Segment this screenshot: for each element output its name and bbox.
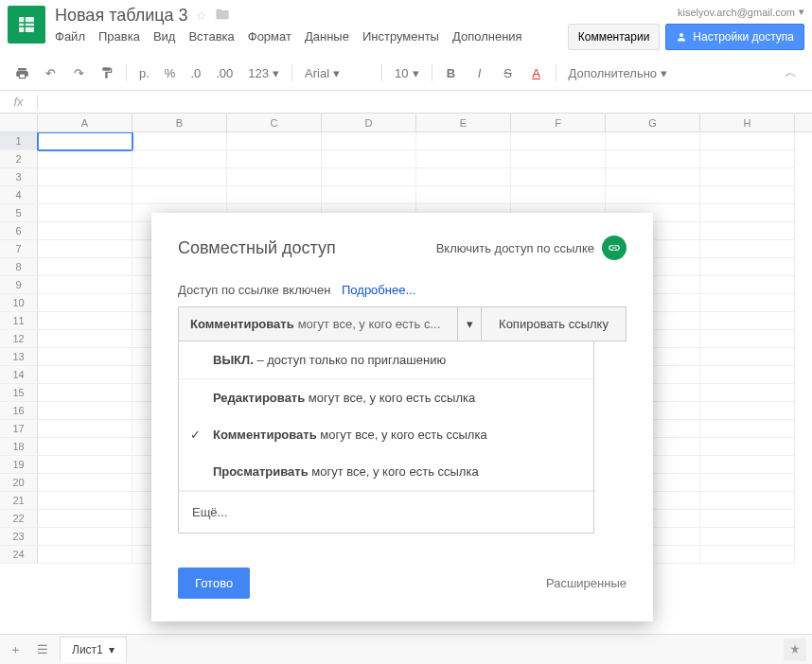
col-header[interactable]: B bbox=[132, 114, 227, 131]
cell[interactable] bbox=[132, 186, 227, 204]
row-header[interactable]: 10 bbox=[0, 294, 38, 312]
row-header[interactable]: 23 bbox=[0, 528, 38, 546]
cell[interactable] bbox=[700, 384, 795, 402]
col-header[interactable]: A bbox=[38, 114, 132, 131]
cell[interactable] bbox=[416, 150, 511, 168]
cell[interactable] bbox=[227, 168, 322, 186]
row-header[interactable]: 20 bbox=[0, 474, 38, 492]
redo-icon[interactable]: ↷ bbox=[66, 61, 91, 84]
cell[interactable] bbox=[38, 150, 132, 168]
learn-more-link[interactable]: Подробнее... bbox=[342, 283, 415, 297]
cell[interactable] bbox=[700, 330, 795, 348]
cell[interactable] bbox=[700, 168, 795, 186]
col-header[interactable]: F bbox=[511, 114, 606, 131]
cell[interactable] bbox=[416, 186, 511, 204]
font-family-menu[interactable]: Arial▾ bbox=[299, 66, 375, 80]
cell[interactable] bbox=[700, 528, 795, 546]
cell[interactable] bbox=[511, 132, 606, 150]
row-header[interactable]: 16 bbox=[0, 402, 38, 420]
all-sheets-menu[interactable]: ☰ bbox=[33, 638, 52, 660]
cell[interactable] bbox=[38, 186, 132, 204]
cell[interactable] bbox=[38, 312, 132, 330]
cell[interactable] bbox=[38, 294, 132, 312]
cell[interactable] bbox=[606, 186, 700, 204]
cell[interactable] bbox=[38, 384, 132, 402]
cell[interactable] bbox=[700, 366, 795, 384]
cell[interactable] bbox=[38, 132, 132, 150]
cell[interactable] bbox=[700, 438, 795, 456]
cell[interactable] bbox=[511, 150, 606, 168]
access-dropdown[interactable]: Комментировать могут все, у кого есть с.… bbox=[179, 307, 458, 341]
row-header[interactable]: 15 bbox=[0, 384, 38, 402]
access-dropdown-caret[interactable]: ▾ bbox=[458, 307, 482, 341]
cell[interactable] bbox=[416, 132, 511, 150]
cell[interactable] bbox=[700, 420, 795, 438]
row-header[interactable]: 9 bbox=[0, 276, 38, 294]
menu-addons[interactable]: Дополнения bbox=[452, 29, 522, 44]
cell[interactable] bbox=[511, 168, 606, 186]
menu-insert[interactable]: Вставка bbox=[188, 29, 234, 44]
done-button[interactable]: Готово bbox=[178, 568, 250, 599]
row-header[interactable]: 12 bbox=[0, 330, 38, 348]
cell[interactable] bbox=[38, 330, 132, 348]
cell[interactable] bbox=[322, 132, 416, 150]
percent-format[interactable]: % bbox=[159, 66, 182, 80]
share-button[interactable]: Настройки доступа bbox=[665, 24, 804, 50]
link-sharing-toggle[interactable]: Включить доступ по ссылке bbox=[436, 236, 627, 260]
row-header[interactable]: 2 bbox=[0, 150, 38, 168]
row-header[interactable]: 3 bbox=[0, 168, 38, 186]
cell[interactable] bbox=[606, 132, 700, 150]
row-header[interactable]: 1 bbox=[0, 132, 38, 150]
cell[interactable] bbox=[38, 456, 132, 474]
cell[interactable] bbox=[227, 186, 322, 204]
collapse-toolbar-icon[interactable]: ︿ bbox=[778, 61, 803, 84]
cell[interactable] bbox=[700, 258, 795, 276]
menu-view[interactable]: Вид bbox=[153, 29, 176, 44]
cell[interactable] bbox=[700, 348, 795, 366]
row-header[interactable]: 11 bbox=[0, 312, 38, 330]
row-header[interactable]: 5 bbox=[0, 204, 38, 222]
cell[interactable] bbox=[227, 132, 322, 150]
cell[interactable] bbox=[38, 474, 132, 492]
cell[interactable] bbox=[38, 366, 132, 384]
access-option-more[interactable]: Ещё... bbox=[179, 491, 593, 533]
cell[interactable] bbox=[132, 132, 227, 150]
row-header[interactable]: 13 bbox=[0, 348, 38, 366]
cell[interactable] bbox=[700, 492, 795, 510]
cell[interactable] bbox=[700, 312, 795, 330]
cell[interactable] bbox=[38, 510, 132, 528]
cell[interactable] bbox=[38, 204, 132, 222]
menu-data[interactable]: Данные bbox=[305, 29, 349, 44]
cell[interactable] bbox=[700, 240, 795, 258]
cell[interactable] bbox=[38, 276, 132, 294]
cell[interactable] bbox=[38, 402, 132, 420]
text-color-button[interactable]: A bbox=[524, 61, 549, 84]
cell[interactable] bbox=[700, 150, 795, 168]
cell[interactable] bbox=[700, 132, 795, 150]
cell[interactable] bbox=[416, 168, 511, 186]
formula-input[interactable] bbox=[38, 95, 812, 109]
cell[interactable] bbox=[38, 222, 132, 240]
add-sheet-button[interactable]: ＋ bbox=[6, 638, 26, 662]
cell[interactable] bbox=[38, 438, 132, 456]
number-format-menu[interactable]: 123▾ bbox=[242, 66, 285, 80]
cell[interactable] bbox=[606, 168, 700, 186]
document-title[interactable]: Новая таблица 3 bbox=[55, 6, 188, 26]
cell[interactable] bbox=[322, 186, 416, 204]
select-all-corner[interactable] bbox=[0, 114, 38, 131]
menu-format[interactable]: Формат bbox=[248, 29, 291, 44]
row-header[interactable]: 7 bbox=[0, 240, 38, 258]
cell[interactable] bbox=[132, 168, 227, 186]
access-option[interactable]: ✓Комментировать могут все, у кого есть с… bbox=[179, 416, 593, 453]
comments-button[interactable]: Комментарии bbox=[568, 24, 661, 50]
row-header[interactable]: 14 bbox=[0, 366, 38, 384]
access-option[interactable]: Редактировать могут все, у кого есть ссы… bbox=[179, 379, 593, 416]
cell[interactable] bbox=[38, 492, 132, 510]
explore-button[interactable] bbox=[784, 638, 806, 661]
menu-edit[interactable]: Правка bbox=[98, 29, 140, 44]
row-header[interactable]: 4 bbox=[0, 186, 38, 204]
col-header[interactable]: G bbox=[606, 114, 700, 131]
cell[interactable] bbox=[38, 546, 132, 564]
row-header[interactable]: 18 bbox=[0, 438, 38, 456]
cell[interactable] bbox=[132, 150, 227, 168]
